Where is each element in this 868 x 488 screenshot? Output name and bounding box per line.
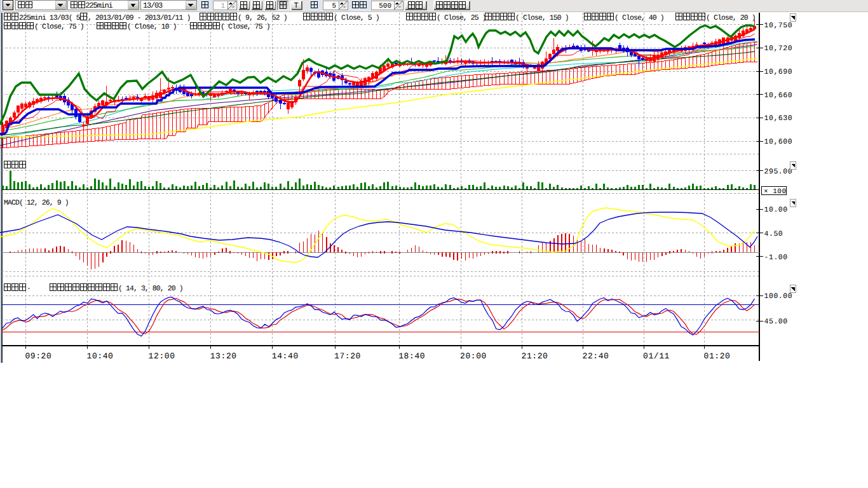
svg-text:21:20: 21:20 [522, 351, 548, 361]
svg-text:( Close, 75 ): ( Close, 75 ) [34, 23, 84, 31]
svg-text:13:20: 13:20 [210, 351, 237, 361]
svg-text:1: 1 [220, 3, 225, 10]
svg-text:10,750: 10,750 [764, 22, 793, 30]
svg-text:( Close, 25 ): ( Close, 25 ) [437, 14, 486, 22]
svg-text:10,720: 10,720 [764, 44, 793, 53]
svg-text:T: T [294, 1, 298, 10]
svg-text:10,660: 10,660 [764, 92, 793, 100]
svg-text:( Close, 75 ): ( Close, 75 ) [220, 23, 270, 31]
svg-text:( 9, 26, 52 ): ( 9, 26, 52 ) [238, 14, 287, 22]
svg-text:17:20: 17:20 [334, 351, 361, 361]
svg-text:MACD( 12, 26, 9 ): MACD( 12, 26, 9 ) [4, 199, 69, 207]
svg-text:01/11: 01/11 [643, 351, 670, 361]
svg-text:18:40: 18:40 [398, 351, 425, 361]
svg-text:13/03: 13/03 [143, 1, 163, 10]
svg-text:225mini: 225mini [86, 1, 113, 10]
svg-text:( Close, 10 ): ( Close, 10 ) [127, 23, 177, 31]
svg-text:500: 500 [379, 3, 391, 10]
svg-text:× 100: × 100 [764, 188, 787, 196]
svg-text:( Close, 5 ): ( Close, 5 ) [334, 14, 379, 22]
svg-text:10:40: 10:40 [87, 351, 114, 361]
svg-text:225mini 13/03( 5: 225mini 13/03( 5 [19, 14, 81, 22]
svg-text:-1.00: -1.00 [764, 254, 788, 262]
svg-text:10.00: 10.00 [764, 206, 788, 214]
svg-text:295.00: 295.00 [764, 168, 793, 176]
svg-text:( Close, 40 ): ( Close, 40 ) [614, 14, 664, 22]
svg-text:100.00: 100.00 [764, 292, 793, 301]
svg-text:10,600: 10,600 [764, 138, 793, 146]
svg-text:10,690: 10,690 [764, 68, 793, 76]
svg-text:( Close, 150 ): ( Close, 150 ) [515, 14, 569, 22]
svg-text:( 14, 3, 80, 20 ): ( 14, 3, 80, 20 ) [118, 285, 183, 293]
svg-text:4.50: 4.50 [764, 230, 783, 238]
svg-text:10,630: 10,630 [764, 114, 793, 123]
svg-text:14:40: 14:40 [272, 351, 299, 361]
svg-text:45.00: 45.00 [764, 318, 788, 326]
svg-text:20:00: 20:00 [460, 351, 487, 361]
svg-text:, 2013/01/09 - 2013/01/11 ): , 2013/01/09 - 2013/01/11 ) [88, 14, 191, 22]
svg-text:12:00: 12:00 [149, 351, 175, 361]
svg-text:09:20: 09:20 [25, 351, 51, 361]
svg-text:5: 5 [332, 3, 336, 10]
svg-text:22:40: 22:40 [583, 351, 609, 361]
svg-text:( Close, 20 ): ( Close, 20 ) [706, 14, 756, 22]
svg-text:01:20: 01:20 [704, 351, 731, 361]
svg-text:·: · [27, 285, 31, 293]
